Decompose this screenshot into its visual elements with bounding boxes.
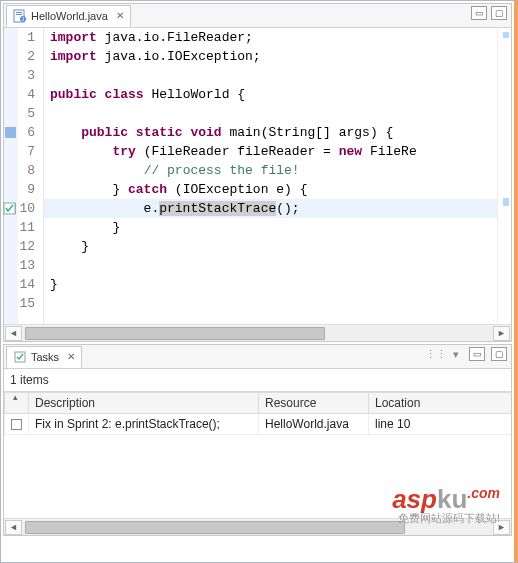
code-line[interactable]: import java.io.IOException; — [44, 47, 497, 66]
code-line[interactable]: } — [44, 275, 497, 294]
code-line[interactable]: try (FileReader fileReader = new FileRe — [44, 142, 497, 161]
column-header-resource[interactable]: Resource — [259, 393, 369, 414]
line-number: 10 — [4, 199, 35, 218]
java-file-icon: J — [13, 9, 27, 23]
line-number: 8 — [4, 161, 35, 180]
line-number: 7 — [4, 142, 35, 161]
scroll-right-button[interactable]: ► — [493, 326, 510, 341]
table-header-row: ▴ Description Resource Location — [5, 393, 512, 414]
tasks-icon — [13, 350, 27, 364]
scroll-track[interactable] — [23, 326, 492, 341]
line-number: 6 — [4, 123, 35, 142]
code-line[interactable] — [44, 294, 497, 313]
editor-horizontal-scrollbar[interactable]: ◄ ► — [4, 324, 511, 341]
line-number: 14 — [4, 275, 35, 294]
view-menu-icon[interactable]: ▾ — [449, 347, 463, 361]
close-icon[interactable]: ✕ — [116, 10, 124, 21]
overview-marker — [503, 32, 509, 38]
code-line[interactable]: public static void main(String[] args) { — [44, 123, 497, 142]
line-number: 5 — [4, 104, 35, 123]
code-line[interactable] — [44, 104, 497, 123]
overview-marker — [503, 198, 509, 206]
code-line[interactable]: // process the file! — [44, 161, 497, 180]
scroll-track[interactable] — [23, 520, 492, 535]
code-line[interactable]: e.printStackTrace(); — [44, 199, 497, 218]
svg-rect-1 — [16, 12, 22, 13]
overview-ruler[interactable] — [497, 28, 511, 324]
scroll-thumb[interactable] — [25, 327, 325, 340]
code-line[interactable]: } — [44, 218, 497, 237]
scroll-thumb[interactable] — [25, 521, 405, 534]
editor-tab-helloworld[interactable]: J HelloWorld.java ✕ — [6, 5, 131, 27]
scroll-left-button[interactable]: ◄ — [5, 326, 22, 341]
sort-indicator-icon: ▴ — [13, 392, 18, 402]
code-line[interactable]: import java.io.FileReader; — [44, 28, 497, 47]
tasks-tabbar: Tasks ✕ ⋮⋮ ▾ ▭ ▢ — [4, 345, 511, 369]
tasks-toolbar: ⋮⋮ ▾ ▭ ▢ — [429, 347, 507, 361]
editor-tab-label: HelloWorld.java — [31, 10, 108, 22]
tasks-pane: Tasks ✕ ⋮⋮ ▾ ▭ ▢ 1 items ▴ Description R… — [3, 344, 512, 536]
minimize-button[interactable]: ▭ — [471, 6, 487, 20]
editor-pane-controls: ▭ ▢ — [471, 6, 507, 20]
task-location: line 10 — [369, 414, 512, 435]
code-line[interactable]: public class HelloWorld { — [44, 85, 497, 104]
column-header-checkbox[interactable]: ▴ — [5, 393, 29, 414]
line-number-gutter: 123456789101112131415 — [4, 28, 44, 324]
svg-rect-2 — [16, 14, 22, 15]
code-area[interactable]: import java.io.FileReader;import java.io… — [44, 28, 497, 324]
task-description: Fix in Sprint 2: e.printStackTrace(); — [29, 414, 259, 435]
task-checkbox[interactable] — [11, 419, 22, 430]
line-number: 11 — [4, 218, 35, 237]
code-line[interactable] — [44, 256, 497, 275]
table-row[interactable]: Fix in Sprint 2: e.printStackTrace();Hel… — [5, 414, 512, 435]
code-line[interactable]: } — [44, 237, 497, 256]
code-line[interactable]: } catch (IOException e) { — [44, 180, 497, 199]
line-number: 12 — [4, 237, 35, 256]
maximize-button[interactable]: ▢ — [491, 6, 507, 20]
line-number: 2 — [4, 47, 35, 66]
editor-tabbar: J HelloWorld.java ✕ ▭ ▢ — [4, 4, 511, 28]
scroll-right-button[interactable]: ► — [493, 520, 510, 535]
column-header-location[interactable]: Location — [369, 393, 512, 414]
line-number: 4 — [4, 85, 35, 104]
code-line[interactable] — [44, 66, 497, 85]
line-number: 3 — [4, 66, 35, 85]
close-icon[interactable]: ✕ — [67, 351, 75, 362]
editor-pane: J HelloWorld.java ✕ ▭ ▢ 1234567891011121… — [3, 3, 512, 342]
tasks-count-label: 1 items — [4, 369, 511, 391]
tasks-tab[interactable]: Tasks ✕ — [6, 346, 82, 368]
scroll-left-button[interactable]: ◄ — [5, 520, 22, 535]
code-editor[interactable]: 123456789101112131415 import java.io.Fil… — [4, 28, 511, 324]
line-number: 13 — [4, 256, 35, 275]
minimize-button[interactable]: ▭ — [469, 347, 485, 361]
filter-icon[interactable]: ⋮⋮ — [429, 347, 443, 361]
maximize-button[interactable]: ▢ — [491, 347, 507, 361]
line-number: 15 — [4, 294, 35, 313]
line-number: 1 — [4, 28, 35, 47]
task-resource: HelloWorld.java — [259, 414, 369, 435]
tasks-tab-label: Tasks — [31, 351, 59, 363]
tasks-table[interactable]: ▴ Description Resource Location Fix in S… — [4, 391, 511, 518]
line-number: 9 — [4, 180, 35, 199]
tasks-horizontal-scrollbar[interactable]: ◄ ► — [4, 518, 511, 535]
column-header-description[interactable]: Description — [29, 393, 259, 414]
tasks-body: 1 items ▴ Description Resource Location … — [4, 369, 511, 518]
